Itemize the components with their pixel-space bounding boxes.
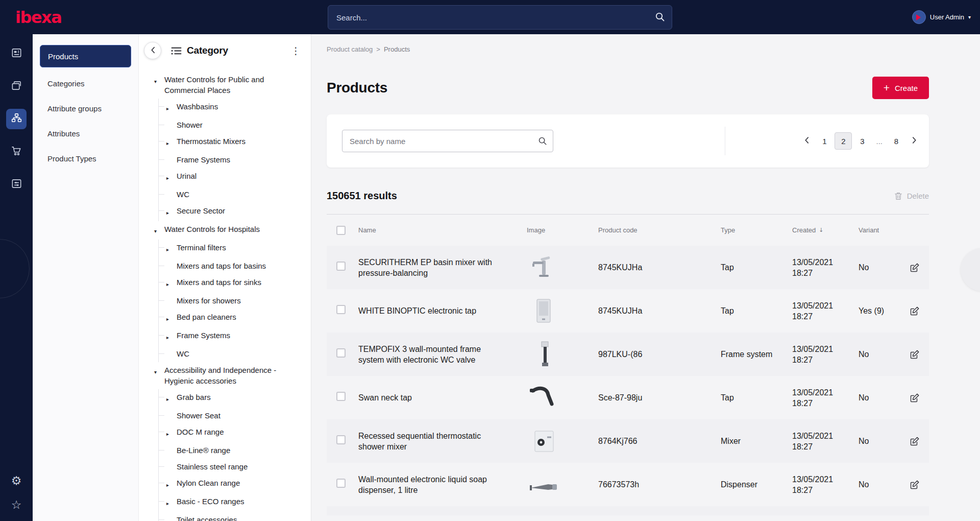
table-row[interactable]: Recessed sequential thermostatic shower … — [327, 419, 929, 463]
caret-collapsed-icon[interactable]: ▸ — [166, 496, 177, 509]
category-node[interactable]: Shower Seat — [159, 408, 311, 424]
global-search-input[interactable] — [328, 5, 672, 30]
caret-collapsed-icon[interactable]: ▸ — [166, 242, 177, 255]
page-button-1[interactable]: 1 — [816, 132, 833, 150]
category-node[interactable]: Be-Line® range — [159, 442, 311, 459]
search-icon[interactable] — [655, 12, 665, 22]
caret-expanded-icon[interactable]: ▾ — [154, 224, 164, 236]
pagination-prev-button[interactable] — [799, 133, 814, 149]
category-node[interactable]: ▸Frame Systems — [159, 327, 311, 346]
back-button[interactable] — [144, 42, 161, 59]
edit-button[interactable] — [910, 393, 920, 403]
row-checkbox[interactable] — [336, 392, 346, 401]
category-node[interactable]: ▸Urinal — [159, 168, 311, 186]
category-node[interactable]: ▸Basic - ECO ranges — [159, 493, 311, 512]
category-node-wrap: ▸Terminal filters — [159, 240, 311, 258]
category-node[interactable]: ▸DOC M range — [159, 424, 311, 442]
page-button-3[interactable]: 3 — [853, 132, 871, 150]
caret-expanded-icon[interactable]: ▾ — [154, 74, 164, 87]
table-row[interactable]: Wall-mounted electronic liquid soap disp… — [327, 463, 929, 506]
column-header-name[interactable]: Name — [352, 226, 521, 234]
sidebar-item-products[interactable]: Products — [40, 45, 131, 67]
pagination-next-button[interactable] — [906, 133, 922, 149]
edit-button[interactable] — [910, 480, 920, 490]
row-checkbox[interactable] — [336, 262, 346, 271]
select-all-checkbox[interactable] — [336, 226, 346, 235]
product-catalog-button[interactable] — [6, 109, 27, 129]
table-row[interactable]: WHITE BINOPTIC electronic tap8745KUJHaTa… — [327, 289, 929, 333]
category-node[interactable]: ▸Bed pan cleaners — [159, 309, 311, 327]
user-menu[interactable]: User Admin ▾ — [912, 10, 971, 24]
edit-button[interactable] — [910, 436, 920, 446]
column-header-product-code[interactable]: Product code — [592, 226, 715, 234]
category-node[interactable]: ▸Grab bars — [159, 389, 311, 408]
caret-collapsed-icon[interactable]: ▸ — [166, 392, 177, 405]
sidebar-item-product-types[interactable]: Product Types — [40, 148, 131, 169]
category-node[interactable]: ▸Secure Sector — [159, 203, 311, 221]
commerce-button[interactable] — [6, 141, 27, 162]
admin-button[interactable] — [6, 174, 27, 195]
page-button-8[interactable]: 8 — [888, 132, 905, 150]
caret-collapsed-icon[interactable]: ▸ — [166, 514, 177, 521]
content-button[interactable] — [6, 43, 27, 64]
category-node[interactable]: ▾Accessibility and Independence - Hygien… — [154, 362, 311, 389]
table-header: NameImageProduct codeTypeCreated↓Variant — [327, 214, 929, 246]
kebab-menu-button[interactable]: ⋮ — [291, 46, 301, 56]
table-row[interactable]: TEMPOFIX 3 wall-mounted frame system wit… — [327, 333, 929, 376]
row-checkbox[interactable] — [336, 435, 346, 444]
category-node[interactable]: WC — [159, 186, 311, 203]
category-node[interactable]: ▸Terminal filters — [159, 240, 311, 258]
breadcrumb-separator: > — [376, 45, 380, 53]
caret-collapsed-icon[interactable]: ▸ — [166, 136, 177, 149]
breadcrumb-product-catalog[interactable]: Product catalog — [327, 45, 373, 53]
brand-logo[interactable]: ibexa — [15, 8, 61, 27]
category-node[interactable]: Stainless steel range — [159, 459, 311, 475]
table-search-input[interactable] — [342, 130, 553, 152]
column-header-type[interactable]: Type — [715, 226, 786, 234]
caret-collapsed-icon[interactable]: ▸ — [166, 277, 177, 290]
column-header-created[interactable]: Created↓ — [786, 226, 852, 234]
category-node[interactable]: ▸Thermostatic Mixers — [159, 133, 311, 152]
category-node[interactable]: ▸Mixers and taps for sinks — [159, 274, 311, 293]
category-node[interactable]: Mixers for showers — [159, 293, 311, 309]
column-header-variant[interactable]: Variant — [852, 226, 903, 234]
caret-collapsed-icon[interactable]: ▸ — [166, 205, 177, 218]
caret-collapsed-icon[interactable]: ▸ — [166, 101, 177, 114]
category-node[interactable]: ▸Toilet accessories — [159, 512, 311, 521]
edit-button[interactable] — [910, 263, 920, 273]
product-code: 76673573h — [598, 480, 639, 489]
category-node[interactable]: ▾Water Controls for Public and Commercia… — [154, 72, 311, 99]
sidebar-item-attributes[interactable]: Attributes — [40, 123, 131, 144]
category-node[interactable]: Mixers and taps for basins — [159, 258, 311, 274]
category-node[interactable]: Frame Systems — [159, 152, 311, 168]
settings-button[interactable]: ⚙ — [11, 475, 22, 487]
row-checkbox[interactable] — [336, 479, 346, 488]
category-node[interactable]: Shower — [159, 117, 311, 133]
caret-expanded-icon[interactable]: ▾ — [154, 365, 164, 377]
category-node[interactable]: ▾Water Controls for Hospitals — [154, 221, 311, 240]
caret-collapsed-icon[interactable]: ▸ — [166, 312, 177, 324]
sidebar-item-attribute-groups[interactable]: Attribute groups — [40, 98, 131, 119]
page-button-2[interactable]: 2 — [835, 132, 852, 150]
row-checkbox[interactable] — [336, 305, 346, 314]
delete-button[interactable]: Delete — [894, 192, 929, 201]
column-header-image[interactable]: Image — [521, 226, 592, 234]
sidebar-item-categories[interactable]: Categories — [40, 73, 131, 93]
table-row[interactable]: SECURITHERM EP basin mixer with pressure… — [327, 246, 929, 289]
caret-collapsed-icon[interactable]: ▸ — [166, 171, 177, 183]
edit-button[interactable] — [910, 306, 920, 316]
media-button[interactable] — [6, 76, 27, 97]
category-node[interactable]: ▸Nylon Clean range — [159, 475, 311, 493]
edit-button[interactable] — [910, 349, 920, 360]
table-row[interactable]: Swan neck tapSce-87-98juTap13/05/2021 18… — [327, 376, 929, 419]
category-label: WC — [177, 189, 189, 200]
caret-collapsed-icon[interactable]: ▸ — [166, 330, 177, 343]
favorites-button[interactable]: ☆ — [11, 499, 22, 511]
category-label: Washbasins — [177, 101, 218, 112]
row-checkbox[interactable] — [336, 348, 346, 358]
category-node[interactable]: ▸Washbasins — [159, 99, 311, 117]
caret-collapsed-icon[interactable]: ▸ — [166, 427, 177, 439]
caret-collapsed-icon[interactable]: ▸ — [166, 478, 177, 490]
create-button[interactable]: + Create — [872, 77, 929, 99]
category-node[interactable]: WC — [159, 346, 311, 362]
